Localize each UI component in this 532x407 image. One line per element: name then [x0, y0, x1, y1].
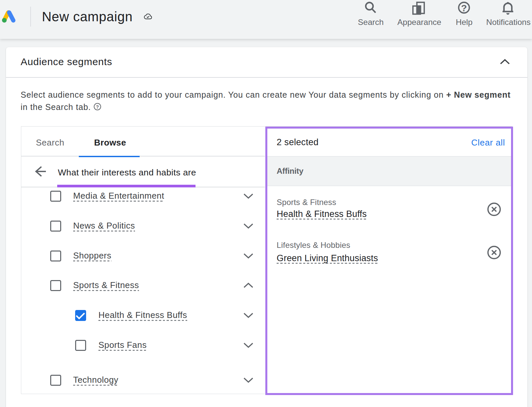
svg-text:?: ?	[461, 3, 467, 13]
svg-text:?: ?	[96, 104, 99, 110]
